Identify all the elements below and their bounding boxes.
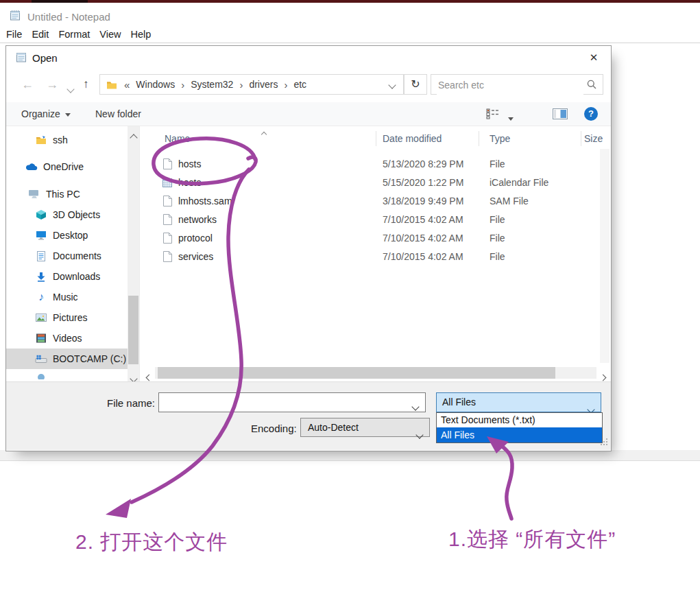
menu-format[interactable]: Format	[58, 29, 90, 40]
sidebar-item-3d-objects[interactable]: 3D Objects	[6, 204, 128, 225]
annotation-step1-text: 1.选择 “所有文件”	[448, 526, 616, 554]
file-icon	[161, 233, 173, 244]
breadcrumb-system32[interactable]: System32	[191, 79, 233, 90]
file-row-networks[interactable]: networks 7/10/2015 4:02 AM File	[140, 211, 599, 229]
vertical-scrollbar-track[interactable]	[600, 149, 610, 363]
file-name-input[interactable]	[163, 394, 406, 412]
horizontal-scrollbar[interactable]	[140, 366, 612, 380]
close-icon[interactable]: ✕	[582, 49, 605, 67]
annotation-step2-text: 2. 打开这个文件	[75, 528, 228, 556]
chevron-down-icon	[65, 113, 71, 117]
file-type-combobox[interactable]: All Files	[436, 392, 601, 412]
view-options-icon[interactable]	[486, 108, 501, 122]
sidebar-item-bootcamp-c[interactable]: BOOTCAMP (C:)	[6, 349, 128, 369]
breadcrumb-drivers[interactable]: drivers	[249, 79, 278, 90]
menu-edit[interactable]: Edit	[32, 29, 49, 40]
column-header-type[interactable]: Type	[490, 133, 510, 144]
folder-shortcut-icon	[35, 134, 47, 145]
search-input[interactable]	[437, 75, 583, 95]
file-icon	[161, 251, 173, 262]
organize-button[interactable]: Organize	[21, 102, 71, 126]
sidebar-item-documents[interactable]: Documents	[6, 246, 128, 266]
annotation-arrowhead-left	[106, 499, 131, 518]
file-list-pane: Name Date modified Type Size hosts 5/13/…	[139, 126, 612, 381]
breadcrumb-etc[interactable]: etc	[293, 79, 306, 90]
encoding-combobox[interactable]: Auto-Detect	[300, 418, 430, 437]
breadcrumb-windows[interactable]: Windows	[136, 79, 175, 90]
resize-grip[interactable]	[600, 436, 608, 449]
sidebar-item-onedrive[interactable]: OneDrive	[6, 156, 128, 177]
encoding-label: Encoding:	[251, 423, 297, 434]
notepad-titlebar: Untitled - Notepad	[0, 3, 700, 26]
file-row-services[interactable]: services 7/10/2015 4:02 AM File	[140, 248, 599, 266]
pc-icon	[28, 189, 40, 200]
breadcrumb-separator: ›	[181, 79, 184, 91]
file-row-hosts[interactable]: hosts 5/13/2020 8:29 PM File	[140, 155, 599, 174]
chevron-down-icon[interactable]	[413, 400, 418, 412]
drive-windows-icon	[35, 353, 47, 364]
up-icon[interactable]: ↑	[83, 71, 89, 98]
file-name-combobox[interactable]	[158, 392, 426, 412]
scrollbar-thumb[interactable]	[158, 367, 555, 379]
menu-file[interactable]: File	[6, 29, 22, 40]
help-icon[interactable]: ?	[584, 107, 598, 121]
back-icon[interactable]: ←	[21, 71, 34, 98]
sidebar-item-ssh[interactable]: ssh	[6, 130, 128, 150]
sidebar-item-pictures[interactable]: Pictures	[6, 307, 128, 328]
file-name-label: File name:	[107, 397, 155, 409]
scroll-up-icon[interactable]	[131, 131, 136, 143]
folder-icon	[106, 79, 118, 90]
column-header-name[interactable]: Name	[165, 133, 190, 144]
sidebar-item-partial[interactable]	[6, 370, 128, 381]
column-header-date-modified[interactable]: Date modified	[383, 133, 442, 144]
new-folder-button[interactable]: New folder	[95, 102, 141, 126]
notepad-bottom-edge	[0, 450, 700, 461]
file-row-hosts-ics[interactable]: hosts 5/15/2020 1:22 PM iCalendar File	[140, 174, 599, 192]
sidebar-scrollbar[interactable]	[128, 126, 139, 381]
sidebar-item-music[interactable]: ♪ Music	[6, 287, 128, 307]
sidebar: ssh OneDrive This PC 3D Objects Desktop	[6, 126, 128, 381]
scrollbar-thumb[interactable]	[128, 296, 138, 364]
breadcrumb-separator: ›	[239, 79, 243, 91]
filetype-option-all-files[interactable]: All Files	[437, 427, 602, 442]
dialog-main: ssh OneDrive This PC 3D Objects Desktop	[6, 126, 611, 381]
download-arrow-icon	[35, 271, 47, 282]
cube-icon	[35, 209, 47, 220]
address-chevron-icon[interactable]	[389, 79, 395, 90]
open-dialog: Open ✕ ← → ↑ « Windows › System32 › driv…	[5, 45, 612, 451]
chevron-down-icon	[417, 425, 422, 443]
file-type-dropdown: Text Documents (*.txt) All Files	[436, 412, 603, 443]
monitor-icon	[35, 230, 47, 241]
refresh-button[interactable]: ↻	[404, 74, 427, 95]
breadcrumb-overflow[interactable]: «	[124, 79, 130, 91]
sidebar-item-this-pc[interactable]: This PC	[6, 184, 128, 204]
film-icon	[35, 333, 47, 344]
view-options-chevron-icon[interactable]	[508, 113, 514, 125]
file-icon	[161, 196, 173, 206]
calendar-icon	[161, 177, 173, 188]
file-row-protocol[interactable]: protocol 7/10/2015 4:02 AM File	[140, 229, 599, 248]
dialog-title: Open	[32, 52, 58, 64]
column-header-size[interactable]: Size	[584, 133, 603, 144]
picture-icon	[35, 312, 47, 323]
forward-icon[interactable]: →	[46, 71, 58, 98]
breadcrumb: « Windows › System32 › drivers › etc	[99, 74, 404, 95]
menu-help[interactable]: Help	[130, 29, 151, 40]
sort-ascending-icon	[262, 128, 266, 139]
history-chevron-icon[interactable]	[68, 82, 73, 95]
sidebar-item-downloads[interactable]: Downloads	[6, 266, 128, 287]
filetype-option-text-documents[interactable]: Text Documents (*.txt)	[437, 413, 602, 427]
file-icon	[161, 214, 173, 225]
document-icon	[35, 250, 47, 261]
column-headers: Name Date modified Type Size	[140, 130, 612, 149]
window-title: Untitled - Notepad	[27, 11, 110, 23]
sidebar-item-videos[interactable]: Videos	[6, 328, 128, 349]
file-row-lmhosts[interactable]: lmhosts.sam 3/18/2019 9:49 PM SAM File	[140, 192, 599, 211]
refresh-icon: ↻	[411, 78, 420, 90]
menu-view[interactable]: View	[99, 29, 121, 40]
preview-pane-icon[interactable]	[553, 108, 568, 122]
search-icon	[586, 79, 597, 93]
notepad-menubar: File Edit Format View Help	[0, 26, 700, 43]
music-note-icon: ♪	[35, 292, 47, 303]
sidebar-item-desktop[interactable]: Desktop	[6, 225, 128, 246]
